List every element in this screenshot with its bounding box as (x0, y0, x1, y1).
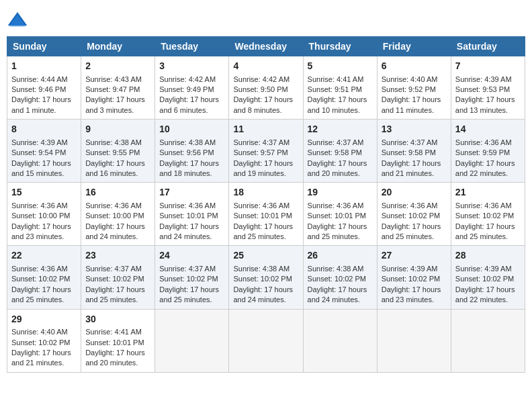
sunset-label: Sunset: 9:59 PM (455, 148, 510, 156)
calendar-week-row: 1Sunrise: 4:44 AMSunset: 9:46 PMDaylight… (7, 56, 525, 120)
day-number: 27 (382, 249, 447, 263)
logo (7, 9, 31, 31)
sunrise-label: Sunrise: 4:36 AM (455, 138, 512, 146)
day-info: Sunrise: 4:36 AMSunset: 10:01 PMDaylight… (308, 201, 373, 242)
day-number: 13 (382, 123, 447, 136)
day-number: 24 (159, 249, 224, 263)
sunrise-label: Sunrise: 4:41 AM (85, 328, 142, 336)
sunset-label: Sunset: 10:02 PM (233, 275, 292, 283)
day-info: Sunrise: 4:36 AMSunset: 10:02 PMDaylight… (11, 264, 77, 306)
daylight-label: Daylight: 17 hours and 6 minutes. (159, 95, 219, 113)
day-info: Sunrise: 4:36 AMSunset: 9:59 PMDaylight:… (455, 138, 521, 179)
day-number: 8 (11, 123, 77, 136)
calendar-cell: 5Sunrise: 4:41 AMSunset: 9:51 PMDaylight… (303, 56, 377, 120)
daylight-label: Daylight: 17 hours and 10 minutes. (308, 95, 367, 113)
day-info: Sunrise: 4:36 AMSunset: 10:02 PMDaylight… (382, 201, 447, 242)
calendar-cell: 11Sunrise: 4:37 AMSunset: 9:57 PMDayligh… (229, 120, 303, 183)
logo-icon (7, 9, 28, 31)
sunrise-label: Sunrise: 4:36 AM (85, 201, 142, 210)
daylight-label: Daylight: 17 hours and 21 minutes. (11, 349, 71, 367)
sunset-label: Sunset: 9:49 PM (159, 85, 214, 93)
daylight-label: Daylight: 17 hours and 1 minute. (11, 95, 71, 113)
calendar-cell: 29Sunrise: 4:40 AMSunset: 10:02 PMDaylig… (7, 309, 81, 372)
calendar-cell: 7Sunrise: 4:39 AMSunset: 9:53 PMDaylight… (451, 56, 525, 120)
day-number: 5 (308, 60, 373, 73)
sunrise-label: Sunrise: 4:40 AM (11, 328, 68, 336)
calendar-cell: 20Sunrise: 4:36 AMSunset: 10:02 PMDaylig… (377, 183, 451, 246)
calendar-cell: 26Sunrise: 4:38 AMSunset: 10:02 PMDaylig… (303, 246, 377, 309)
day-info: Sunrise: 4:37 AMSunset: 9:58 PMDaylight:… (382, 138, 447, 179)
day-number: 21 (455, 186, 521, 199)
sunrise-label: Sunrise: 4:38 AM (85, 138, 142, 146)
daylight-label: Daylight: 17 hours and 23 minutes. (382, 285, 441, 304)
sunrise-label: Sunrise: 4:42 AM (233, 75, 290, 83)
page: SundayMondayTuesdayWednesdayThursdayFrid… (7, 7, 525, 373)
calendar-cell: 12Sunrise: 4:37 AMSunset: 9:58 PMDayligh… (303, 120, 377, 183)
day-info: Sunrise: 4:38 AMSunset: 10:02 PMDaylight… (233, 264, 298, 306)
daylight-label: Daylight: 17 hours and 13 minutes. (455, 95, 515, 113)
calendar-weekday-sunday: Sunday (7, 37, 81, 56)
sunrise-label: Sunrise: 4:36 AM (382, 201, 438, 210)
calendar-cell: 21Sunrise: 4:36 AMSunset: 10:02 PMDaylig… (451, 183, 525, 246)
day-number: 4 (233, 60, 298, 73)
calendar-weekday-friday: Friday (377, 37, 451, 56)
calendar-header-row: SundayMondayTuesdayWednesdayThursdayFrid… (7, 37, 525, 56)
sunset-label: Sunset: 9:55 PM (85, 148, 140, 156)
calendar-week-row: 22Sunrise: 4:36 AMSunset: 10:02 PMDaylig… (7, 246, 525, 309)
day-number: 10 (159, 123, 224, 136)
calendar-cell: 24Sunrise: 4:37 AMSunset: 10:02 PMDaylig… (155, 246, 229, 309)
day-info: Sunrise: 4:42 AMSunset: 9:49 PMDaylight:… (159, 75, 224, 116)
sunrise-label: Sunrise: 4:38 AM (233, 265, 290, 273)
day-info: Sunrise: 4:38 AMSunset: 9:55 PMDaylight:… (85, 138, 150, 179)
daylight-label: Daylight: 17 hours and 24 minutes. (308, 285, 367, 304)
daylight-label: Daylight: 17 hours and 24 minutes. (233, 285, 293, 304)
calendar-cell: 14Sunrise: 4:36 AMSunset: 9:59 PMDayligh… (451, 120, 525, 183)
calendar-cell (451, 309, 525, 372)
sunset-label: Sunset: 9:52 PM (382, 85, 436, 93)
sunset-label: Sunset: 10:00 PM (11, 212, 70, 220)
daylight-label: Daylight: 17 hours and 25 minutes. (308, 222, 367, 240)
day-info: Sunrise: 4:38 AMSunset: 10:02 PMDaylight… (308, 264, 373, 306)
calendar-cell: 30Sunrise: 4:41 AMSunset: 10:01 PMDaylig… (81, 309, 155, 372)
daylight-label: Daylight: 17 hours and 20 minutes. (85, 349, 145, 367)
day-info: Sunrise: 4:36 AMSunset: 10:00 PMDaylight… (85, 201, 150, 242)
sunset-label: Sunset: 9:56 PM (159, 148, 214, 156)
sunrise-label: Sunrise: 4:37 AM (233, 138, 290, 146)
calendar-cell: 8Sunrise: 4:39 AMSunset: 9:54 PMDaylight… (7, 120, 81, 183)
sunrise-label: Sunrise: 4:43 AM (85, 75, 142, 83)
sunset-label: Sunset: 10:02 PM (85, 275, 144, 283)
day-info: Sunrise: 4:42 AMSunset: 9:50 PMDaylight:… (233, 75, 298, 116)
daylight-label: Daylight: 17 hours and 20 minutes. (308, 159, 367, 177)
sunrise-label: Sunrise: 4:36 AM (308, 201, 364, 210)
day-info: Sunrise: 4:39 AMSunset: 9:53 PMDaylight:… (455, 75, 521, 116)
sunrise-label: Sunrise: 4:36 AM (455, 201, 512, 210)
daylight-label: Daylight: 17 hours and 19 minutes. (233, 159, 293, 177)
sunrise-label: Sunrise: 4:44 AM (11, 75, 68, 83)
sunset-label: Sunset: 10:01 PM (308, 212, 366, 220)
calendar-cell: 4Sunrise: 4:42 AMSunset: 9:50 PMDaylight… (229, 56, 303, 120)
day-info: Sunrise: 4:38 AMSunset: 9:56 PMDaylight:… (159, 138, 224, 179)
calendar-cell: 25Sunrise: 4:38 AMSunset: 10:02 PMDaylig… (229, 246, 303, 309)
calendar-cell (155, 309, 229, 372)
calendar-weekday-tuesday: Tuesday (155, 37, 229, 56)
day-info: Sunrise: 4:39 AMSunset: 10:02 PMDaylight… (455, 264, 521, 306)
daylight-label: Daylight: 17 hours and 8 minutes. (233, 95, 293, 113)
day-number: 15 (11, 186, 77, 199)
sunset-label: Sunset: 10:01 PM (159, 212, 218, 220)
sunrise-label: Sunrise: 4:41 AM (308, 75, 364, 83)
sunset-label: Sunset: 9:51 PM (308, 85, 362, 93)
sunrise-label: Sunrise: 4:37 AM (159, 265, 216, 273)
day-number: 19 (308, 186, 373, 199)
sunset-label: Sunset: 9:58 PM (308, 148, 362, 156)
sunrise-label: Sunrise: 4:36 AM (233, 201, 290, 210)
calendar-cell (303, 309, 377, 372)
day-number: 14 (455, 123, 521, 136)
sunset-label: Sunset: 10:02 PM (382, 275, 440, 283)
daylight-label: Daylight: 17 hours and 24 minutes. (85, 222, 145, 240)
sunrise-label: Sunrise: 4:36 AM (11, 265, 68, 273)
daylight-label: Daylight: 17 hours and 22 minutes. (455, 159, 515, 177)
sunset-label: Sunset: 10:01 PM (233, 212, 292, 220)
day-info: Sunrise: 4:41 AMSunset: 9:51 PMDaylight:… (308, 75, 373, 116)
sunset-label: Sunset: 10:02 PM (455, 212, 514, 220)
sunrise-label: Sunrise: 4:37 AM (308, 138, 364, 146)
